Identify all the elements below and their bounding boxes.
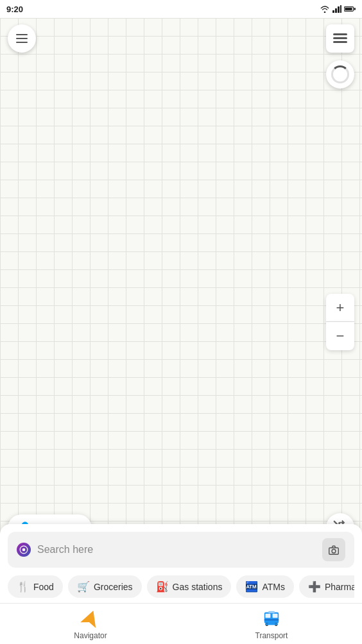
navigator-icon-wrap [80,608,101,629]
pharmacies-chip-icon: ➕ [308,580,321,593]
status-time: 9:20 [6,4,23,14]
pharmacies-chip-label: Pharmacies [325,582,354,592]
gas-chip-icon: ⛽ [156,580,169,593]
food-chip-label: Food [33,582,54,592]
svg-rect-16 [264,619,279,620]
transport-label: Transport [255,631,288,640]
layers-button[interactable] [326,24,354,53]
location-spinner [331,65,349,83]
menu-button[interactable] [8,24,36,53]
svg-rect-3 [340,5,341,13]
svg-point-9 [22,548,26,552]
search-input[interactable]: Search here [37,544,316,555]
zoom-in-button[interactable]: + [326,294,354,322]
status-icons [320,5,356,13]
atms-chip-icon: 🏧 [245,580,258,593]
bus-icon [261,608,282,629]
svg-rect-15 [273,613,278,617]
bottom-panel: Search here 🍴Food🛒Groceries⛽Gas stations… [0,524,362,606]
location-button[interactable] [326,60,354,89]
groceries-chip-label: Groceries [94,582,133,592]
status-bar: 9:20 [0,0,362,18]
hamburger-icon [16,34,28,43]
svg-rect-2 [338,6,340,13]
nav-item-navigator[interactable]: Navigator [0,604,181,644]
transport-icon-wrap [261,608,282,629]
category-row: 🍴Food🛒Groceries⛽Gas stations🏧ATMs➕Pharma… [8,575,354,600]
camera-button[interactable] [322,538,345,561]
gas-chip-label: Gas stations [173,582,223,592]
layers-icon [333,33,347,44]
navigator-arrow-icon [80,608,101,629]
svg-rect-0 [332,10,334,13]
navigator-label: Navigator [74,631,107,640]
svg-point-11 [332,549,336,553]
search-bar[interactable]: Search here [8,532,354,568]
svg-rect-19 [265,623,277,625]
groceries-chip-icon: 🛒 [77,580,90,593]
camera-icon [328,545,340,555]
svg-rect-5 [345,8,352,10]
category-chip-gas[interactable]: ⛽Gas stations [147,575,232,598]
bottom-nav: Navigator Transport [0,603,362,644]
category-chip-groceries[interactable]: 🛒Groceries [68,575,142,598]
zoom-out-button[interactable]: − [326,322,354,350]
map-grid [0,18,362,554]
category-chip-food[interactable]: 🍴Food [8,575,63,598]
app-logo [17,543,31,557]
zoom-controls: + − [326,294,354,350]
map-area[interactable] [0,18,362,554]
food-chip-icon: 🍴 [17,580,30,593]
nav-item-transport[interactable]: Transport [181,604,362,644]
wifi-icon [320,5,330,13]
atms-chip-label: ATMs [262,582,285,592]
category-chip-atms[interactable]: 🏧ATMs [236,575,294,598]
category-chip-pharmacies[interactable]: ➕Pharmacies [299,575,354,598]
battery-icon [344,5,356,13]
svg-marker-12 [80,608,101,628]
svg-rect-14 [265,613,270,617]
svg-rect-20 [268,611,275,613]
svg-rect-1 [335,8,337,13]
signal-icon [332,5,341,13]
svg-rect-6 [354,8,356,10]
